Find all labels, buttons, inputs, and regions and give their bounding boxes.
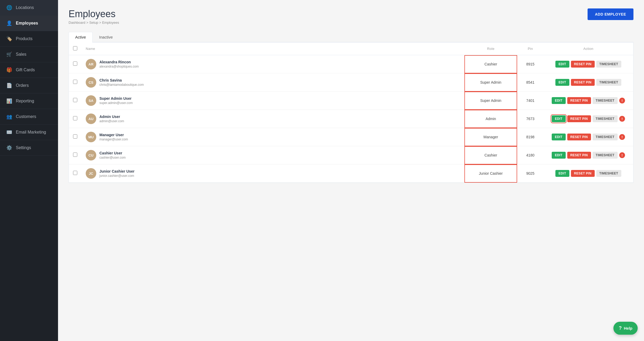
avatar: MU xyxy=(86,132,96,142)
sidebar-item-email-marketing[interactable]: ✉️ Email Marketing xyxy=(0,125,58,140)
help-button[interactable]: ? Help xyxy=(613,322,638,335)
employees-table: Name Role Pin Action AR Alexandra Rincon… xyxy=(69,42,633,183)
employee-name: Manager User xyxy=(99,133,128,137)
row-checkbox[interactable] xyxy=(73,153,77,157)
sidebar-item-settings[interactable]: ⚙️ Settings xyxy=(0,140,58,156)
edit-button[interactable]: EDIT xyxy=(555,79,569,86)
employee-email: super.admin@user.com xyxy=(99,101,133,105)
table-row: AU Admin User admin@user.com Admin 7673 … xyxy=(69,110,633,128)
timesheet-button[interactable]: TIMESHEET xyxy=(596,79,621,86)
reset-pin-button[interactable]: RESET PIN xyxy=(567,115,591,122)
settings-icon: ⚙️ xyxy=(6,145,12,151)
reset-pin-button[interactable]: RESET PIN xyxy=(571,61,595,68)
reporting-icon: 📊 xyxy=(6,98,12,104)
sidebar-label-settings: Settings xyxy=(16,145,31,150)
row-checkbox[interactable] xyxy=(73,80,77,84)
col-pin: Pin xyxy=(517,42,544,55)
customers-icon: 👥 xyxy=(6,114,12,120)
help-icon: ? xyxy=(619,325,622,331)
edit-button[interactable]: EDIT xyxy=(555,170,569,177)
table-row: SA Super Admin User super.admin@user.com… xyxy=(69,92,633,110)
employee-email: manager@user.com xyxy=(99,138,128,141)
row-checkbox-cell xyxy=(69,55,81,73)
avatar: CS xyxy=(86,77,96,88)
sidebar-item-products[interactable]: 🏷️ Products xyxy=(0,31,58,47)
edit-button[interactable]: EDIT xyxy=(552,152,566,159)
avatar: AR xyxy=(86,59,96,69)
reset-pin-button[interactable]: RESET PIN xyxy=(567,134,591,140)
avatar: CU xyxy=(86,150,96,160)
alert-icon: ! xyxy=(619,98,625,103)
row-checkbox[interactable] xyxy=(73,98,77,102)
reset-pin-button[interactable]: RESET PIN xyxy=(571,170,595,177)
row-checkbox-cell xyxy=(69,164,81,183)
col-role: Role xyxy=(464,42,517,55)
role-cell: Super Admin xyxy=(464,73,517,92)
timesheet-button[interactable]: TIMESHEET xyxy=(593,152,618,159)
avatar: AU xyxy=(86,113,96,124)
table-row: JC Junior Cashier User junior.cashier@us… xyxy=(69,164,633,183)
employee-email: alexandra@shoptiques.com xyxy=(99,65,139,68)
edit-button[interactable]: EDIT xyxy=(552,115,566,122)
edit-button[interactable]: EDIT xyxy=(552,134,566,140)
page-title-block: Employees Dashboard > Setup > Employees xyxy=(69,8,119,25)
reset-pin-button[interactable]: RESET PIN xyxy=(567,152,591,159)
table-row: CS Chris Savina chris@lamiamodaboutique.… xyxy=(69,73,633,92)
employee-email: junior.cashier@user.com xyxy=(99,174,134,178)
tab-active[interactable]: Active xyxy=(69,32,93,42)
sidebar-item-employees[interactable]: 👤 Employees xyxy=(0,16,58,31)
row-checkbox-cell xyxy=(69,92,81,110)
row-checkbox[interactable] xyxy=(73,116,77,120)
timesheet-button[interactable]: TIMESHEET xyxy=(593,97,618,104)
alert-icon: ! xyxy=(619,134,625,140)
sidebar-item-gift-cards[interactable]: 🎁 Gift Cards xyxy=(0,62,58,78)
timesheet-button[interactable]: TIMESHEET xyxy=(593,115,618,122)
sidebar-item-orders[interactable]: 📄 Orders xyxy=(0,78,58,93)
employees-icon: 👤 xyxy=(6,20,12,26)
pin-cell: 8915 xyxy=(517,55,544,73)
action-cell: EDIT RESET PIN TIMESHEET xyxy=(544,164,633,183)
action-cell: EDIT RESET PIN TIMESHEET xyxy=(544,73,633,92)
sidebar-item-sales[interactable]: 🛒 Sales xyxy=(0,47,58,62)
sales-icon: 🛒 xyxy=(6,51,12,57)
row-checkbox[interactable] xyxy=(73,171,77,175)
role-cell: Cashier xyxy=(464,146,517,164)
employee-name: Super Admin User xyxy=(99,96,133,101)
edit-button[interactable]: EDIT xyxy=(552,97,566,104)
tabs: ActiveInactive xyxy=(69,32,633,42)
timesheet-button[interactable]: TIMESHEET xyxy=(593,134,618,140)
sidebar-item-customers[interactable]: 👥 Customers xyxy=(0,109,58,125)
row-checkbox-cell xyxy=(69,128,81,146)
reset-pin-button[interactable]: RESET PIN xyxy=(571,79,595,86)
select-all-checkbox[interactable] xyxy=(73,46,77,50)
sidebar-item-locations[interactable]: 🌐 Locations xyxy=(0,0,58,16)
role-cell: Manager xyxy=(464,128,517,146)
name-cell: MU Manager User manager@user.com xyxy=(81,128,464,146)
reset-pin-button[interactable]: RESET PIN xyxy=(567,97,591,104)
tab-inactive[interactable]: Inactive xyxy=(93,32,119,42)
employee-name: Admin User xyxy=(99,115,124,119)
timesheet-button[interactable]: TIMESHEET xyxy=(596,61,621,68)
alert-icon: ! xyxy=(619,116,625,122)
table-row: AR Alexandra Rincon alexandra@shoptiques… xyxy=(69,55,633,73)
pin-cell: 8541 xyxy=(517,73,544,92)
name-cell: CU Cashier User cashier@user.com xyxy=(81,146,464,164)
locations-icon: 🌐 xyxy=(6,5,12,11)
sidebar-item-reporting[interactable]: 📊 Reporting xyxy=(0,93,58,109)
action-cell: EDIT RESET PIN TIMESHEET ! xyxy=(544,92,633,110)
action-cell: EDIT RESET PIN TIMESHEET ! xyxy=(544,146,633,164)
main-content: Employees Dashboard > Setup > Employees … xyxy=(58,0,644,341)
sidebar-label-products: Products xyxy=(16,36,32,41)
products-icon: 🏷️ xyxy=(6,36,12,42)
sidebar-label-sales: Sales xyxy=(16,52,26,57)
row-checkbox[interactable] xyxy=(73,61,77,66)
row-checkbox-cell xyxy=(69,110,81,128)
row-checkbox[interactable] xyxy=(73,134,77,139)
row-checkbox-cell xyxy=(69,73,81,92)
timesheet-button[interactable]: TIMESHEET xyxy=(596,170,621,177)
edit-button[interactable]: EDIT xyxy=(555,61,569,68)
avatar: JC xyxy=(86,168,96,179)
name-cell: SA Super Admin User super.admin@user.com xyxy=(81,92,464,110)
table-row: MU Manager User manager@user.com Manager… xyxy=(69,128,633,146)
add-employee-button[interactable]: ADD EMPLOYEE xyxy=(588,8,633,20)
